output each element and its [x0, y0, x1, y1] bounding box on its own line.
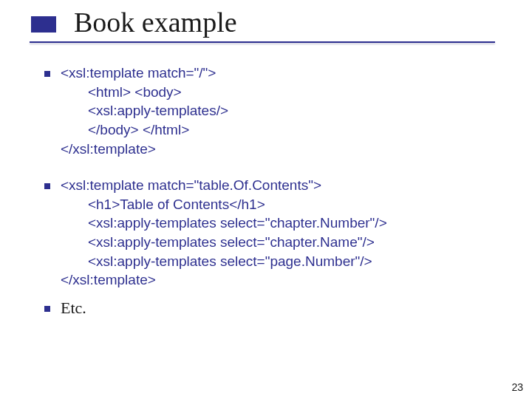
slide-title: Book example: [74, 6, 532, 38]
content-area: <xsl:template match="/"> <html> <body> <…: [0, 43, 532, 318]
etc-text: Etc.: [61, 299, 86, 318]
bullet-icon: [44, 71, 50, 77]
list-item: <xsl:template match="table.Of.Contents">…: [44, 176, 502, 290]
code-block-1: <xsl:template match="/"> <html> <body> <…: [61, 64, 228, 158]
title-bar: Book example: [0, 0, 532, 41]
list-item: Etc.: [44, 299, 502, 318]
code-block-2: <xsl:template match="table.Of.Contents">…: [61, 176, 387, 290]
list-item: <xsl:template match="/"> <html> <body> <…: [44, 64, 502, 158]
bullet-icon: [44, 306, 50, 312]
accent-block: [31, 16, 56, 33]
page-number: 23: [511, 381, 523, 393]
bullet-icon: [44, 183, 50, 189]
